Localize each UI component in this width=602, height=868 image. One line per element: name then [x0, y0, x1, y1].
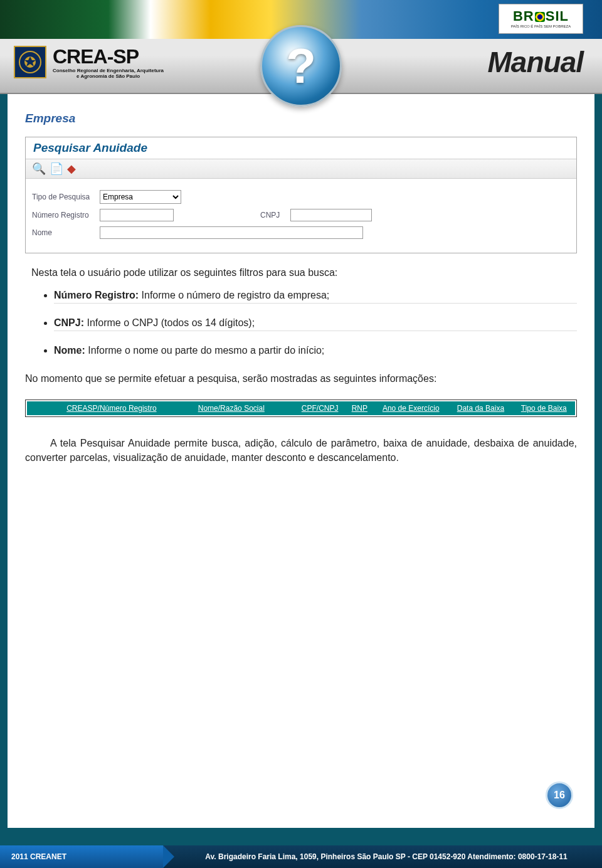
tipo-label: Tipo de Pesquisa: [32, 193, 95, 201]
question-mark: ?: [286, 38, 316, 95]
section-title: Empresa: [25, 112, 577, 125]
footer-right: Av. Brigadeiro Faria Lima, 1059, Pinheir…: [163, 845, 602, 868]
crea-name: CREA-SP: [53, 45, 164, 68]
col-blank: [27, 401, 41, 415]
numero-input[interactable]: [100, 209, 174, 221]
footer-left: 2011 CREANET: [0, 845, 163, 868]
filter-item: CNPJ: Informe o CNPJ (todos os 14 dígito…: [54, 317, 577, 331]
cnpj-input[interactable]: [290, 209, 372, 221]
panel-title: Pesquisar Anuidade: [26, 137, 576, 159]
col-databaixa[interactable]: Data da Baixa: [448, 401, 512, 415]
col-blank: [41, 401, 55, 415]
tipo-select[interactable]: Empresa: [100, 190, 181, 204]
question-badge-icon: ?: [260, 25, 342, 107]
form-area: Tipo de Pesquisa Empresa Número Registro…: [26, 179, 576, 253]
page-body: Empresa Pesquisar Anuidade 🔍 📄 ◆ Tipo de…: [8, 94, 594, 828]
eraser-icon[interactable]: ◆: [67, 162, 76, 176]
search-icon[interactable]: 🔍: [32, 162, 46, 176]
crea-sub2: e Agronomia de São Paulo: [53, 74, 164, 80]
nome-input[interactable]: [100, 226, 363, 239]
page-number-badge: 16: [546, 781, 573, 809]
col-ano[interactable]: Ano de Exercício: [373, 401, 448, 415]
brasil-text: BRSIL: [513, 9, 569, 23]
cnpj-label: CNPJ: [260, 211, 285, 220]
page-footer: 2011 CREANET Av. Brigadeiro Faria Lima, …: [0, 845, 602, 868]
filter-list: Número Registro: Informe o número de reg…: [54, 290, 577, 358]
description-paragraph: A tela Pesquisar Anuidade permite busca,…: [25, 436, 577, 465]
crea-emblem-icon: [14, 46, 46, 78]
crea-logo-block: CREA-SP Conselho Regional de Engenharia,…: [14, 45, 164, 80]
page-header: BRSIL PAÍS RICO É PAÍS SEM POBREZA CREA-…: [0, 0, 602, 94]
nome-label: Nome: [32, 228, 95, 237]
col-cpfcnpj[interactable]: CPF/CNPJ: [294, 401, 346, 415]
manual-title: Manual: [488, 45, 583, 79]
mid-text: No momento que se permite efetuar a pesq…: [25, 373, 577, 384]
col-tipobaixa[interactable]: Tipo de Baixa: [513, 401, 575, 415]
brasil-flag-icon: [535, 12, 545, 22]
col-rnp[interactable]: RNP: [346, 401, 373, 415]
intro-text: Nesta tela o usuário pode utilizar os se…: [31, 267, 577, 278]
search-panel: Pesquisar Anuidade 🔍 📄 ◆ Tipo de Pesquis…: [25, 137, 577, 253]
col-registro[interactable]: CREASP/Número Registro: [55, 401, 169, 415]
filter-item: Número Registro: Informe o número de reg…: [54, 290, 577, 304]
brasil-logo: BRSIL PAÍS RICO É PAÍS SEM POBREZA: [499, 4, 583, 34]
brasil-subtitle: PAÍS RICO É PAÍS SEM POBREZA: [511, 24, 571, 28]
new-doc-icon[interactable]: 📄: [50, 162, 63, 176]
panel-toolbar: 🔍 📄 ◆: [26, 159, 576, 179]
numero-label: Número Registro: [32, 211, 95, 220]
result-header-table: CREASP/Número Registro Nome/Razão Social…: [25, 400, 577, 417]
col-nome[interactable]: Nome/Razão Social: [169, 401, 294, 415]
filter-item: Nome: Informe o nome ou parte do mesmo a…: [54, 345, 577, 358]
